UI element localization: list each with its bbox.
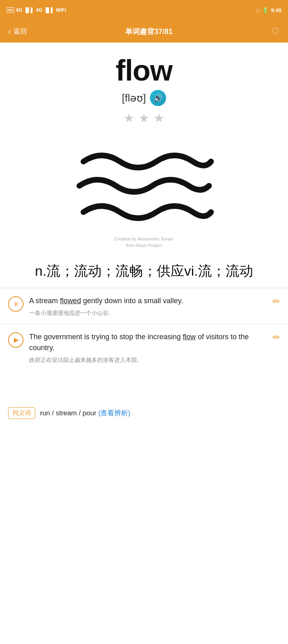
- phonetic-row: [fləʊ] 🔊: [8, 90, 280, 106]
- definition-text: n.流；流动；流畅；供应vi.流；流动: [10, 261, 278, 281]
- star-2[interactable]: ★: [139, 111, 149, 125]
- hd-badge: HD: [6, 7, 14, 13]
- pause-icon: ⏸: [13, 301, 18, 307]
- back-label: 返回: [13, 27, 27, 36]
- sentence-content-2: The government is trying to stop the inc…: [29, 332, 267, 364]
- wave-illustration: [71, 137, 217, 234]
- wifi-icon: WiFi: [56, 7, 66, 13]
- definition-section: n.流；流动；流畅；供应vi.流；流动: [0, 253, 288, 288]
- favorite-button[interactable]: ♡: [271, 26, 280, 37]
- sentence-cn-1: 一条小溪缓缓地流进一个小山谷。: [29, 309, 267, 317]
- word-title: flow: [8, 55, 280, 87]
- play-icon: ▶: [14, 336, 19, 344]
- image-section: Created by Alessandro Suraci from Noun P…: [0, 129, 288, 253]
- signal-bars2: ▐▌▌: [44, 7, 55, 13]
- star-3[interactable]: ★: [154, 111, 164, 125]
- time-display: 9:45: [271, 7, 282, 13]
- edit-button-1[interactable]: ✏: [273, 296, 280, 307]
- signal-4g1: 4G: [16, 7, 22, 13]
- synonym-analysis-link[interactable]: (查看辨析): [98, 409, 130, 417]
- signal-bars1: ▐▌▌: [24, 7, 34, 13]
- chevron-left-icon: ‹: [8, 27, 11, 36]
- synonym-text: run / stream / pour (查看辨析): [40, 408, 130, 418]
- sentence-cn-2: 政府正在设法阻止越来越多的游客进入本国。: [29, 356, 267, 364]
- sentence-item-1: ⏸ A stream flowed gently down into a sma…: [0, 288, 288, 324]
- phonetic-text: [fləʊ]: [122, 92, 146, 104]
- edit-button-2[interactable]: ✏: [273, 332, 280, 343]
- synonyms-section: 同义词 run / stream / pour (查看辨析): [0, 399, 288, 431]
- sound-button[interactable]: 🔊: [150, 90, 166, 106]
- nav-title: 单词趣背37/81: [125, 27, 173, 36]
- pause-button-1[interactable]: ⏸: [8, 296, 23, 312]
- word-section: flow [fləʊ] 🔊 ★ ★ ★: [0, 43, 288, 129]
- sim-icon: □: [256, 7, 260, 13]
- status-left: HD 4G ▐▌▌ 4G ▐▌▌ WiFi: [6, 7, 66, 13]
- image-credit: Created by Alessandro Suraci from Noun P…: [115, 236, 174, 249]
- sentence-item-2: ▶ The government is trying to stop the i…: [0, 324, 288, 371]
- main-content: flow [fləʊ] 🔊 ★ ★ ★ Created by Alessandr…: [0, 43, 288, 431]
- sentence-content-1: A stream flowed gently down into a small…: [29, 295, 267, 317]
- synonym-badge: 同义词: [8, 407, 35, 419]
- play-button-2[interactable]: ▶: [8, 332, 23, 348]
- sentences-section: ⏸ A stream flowed gently down into a sma…: [0, 288, 288, 375]
- battery-icon: 🔋: [262, 7, 269, 13]
- stars-row: ★ ★ ★: [8, 111, 280, 125]
- sentence-en-1: A stream flowed gently down into a small…: [29, 295, 267, 306]
- signal-4g2: 4G: [36, 7, 43, 13]
- speaker-icon: 🔊: [153, 93, 163, 103]
- back-button[interactable]: ‹ 返回: [8, 27, 27, 36]
- sentence-en-2: The government is trying to stop the inc…: [29, 332, 267, 353]
- status-bar: HD 4G ▐▌▌ 4G ▐▌▌ WiFi □ 🔋 9:45: [0, 0, 288, 20]
- status-right: □ 🔋 9:45: [256, 7, 282, 13]
- star-1[interactable]: ★: [124, 111, 134, 125]
- nav-bar: ‹ 返回 单词趣背37/81 ♡: [0, 20, 288, 43]
